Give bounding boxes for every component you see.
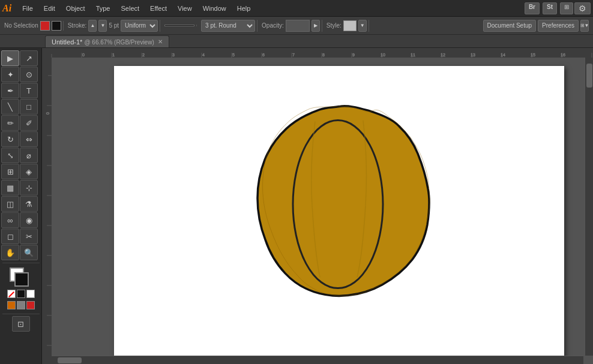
gradient-tool-btn[interactable]: ◫	[1, 196, 19, 212]
menu-view[interactable]: View	[173, 3, 197, 14]
svg-text:6: 6	[262, 53, 265, 57]
tool-separator	[2, 263, 40, 263]
mesh-tool-btn[interactable]: ⊹	[20, 180, 38, 195]
zoom-tool-btn[interactable]: 🔍	[20, 245, 38, 260]
h-scroll-thumb[interactable]	[58, 357, 82, 363]
menu-select[interactable]: Select	[116, 3, 144, 14]
svg-rect-0	[42, 48, 593, 58]
symbol-sprayer-tool-btn[interactable]: ◈	[20, 164, 38, 179]
stroke-line-preview	[164, 25, 194, 26]
rotate-tool-btn[interactable]: ↻	[1, 131, 19, 147]
scissors-tool-btn[interactable]: ✂	[20, 228, 38, 244]
workspace-arrange-btn[interactable]: ⊞▼	[580, 20, 589, 32]
svg-text:15: 15	[531, 53, 535, 57]
stroke-type-select[interactable]: Uniform	[121, 20, 158, 32]
tab-bar: Untitled-1* @ 66.67% (RGB/Preview) ✕	[0, 35, 593, 48]
none-swatch[interactable]	[7, 290, 16, 298]
svg-text:11: 11	[411, 53, 415, 57]
scale-tool-btn[interactable]: ⤡	[1, 148, 19, 163]
canvas-area[interactable]: 0 1 2 3 4 5 6 7 8 9 10 11 12 13 14 15 16	[42, 48, 593, 364]
rectangle-tool-btn[interactable]: □	[20, 99, 38, 115]
ruler-vertical: 0	[42, 58, 52, 364]
direct-selection-tool-btn[interactable]: ↗	[20, 50, 38, 66]
color-swatch-2[interactable]	[17, 301, 25, 309]
svg-text:13: 13	[471, 53, 475, 57]
line-tool-btn[interactable]: ╲	[1, 99, 19, 115]
warp-tool-btn[interactable]: ⌀	[20, 148, 38, 163]
bridge-icon-btn[interactable]: ⚙	[574, 2, 591, 14]
color-swatch-3[interactable]	[26, 301, 35, 309]
selection-label: No Selection	[4, 22, 38, 29]
stroke-line-group	[163, 25, 197, 26]
tab-info: @ 66.67% (RGB/Preview)	[84, 39, 154, 46]
opacity-label: Opacity:	[262, 22, 284, 29]
color-swatch-1[interactable]	[7, 301, 16, 309]
preferences-button[interactable]: Preferences	[538, 20, 579, 32]
eraser-tool-btn[interactable]: ◻	[1, 228, 19, 244]
reflect-tool-btn[interactable]: ⇔	[20, 131, 38, 147]
column-graph-tool-btn[interactable]: ▦	[1, 180, 19, 195]
svg-text:2: 2	[142, 53, 145, 57]
live-paint-tool-btn[interactable]: ◉	[20, 212, 38, 228]
stroke-style-select[interactable]: 3 pt. Round	[201, 20, 255, 32]
svg-text:1: 1	[112, 53, 115, 57]
magic-wand-tool-btn[interactable]: ✦	[1, 67, 19, 82]
opacity-input[interactable]: 100%	[286, 20, 310, 32]
hand-tool-btn[interactable]: ✋	[1, 245, 19, 260]
options-toolbar: No Selection Stroke: ▲ ▼ 5 pt Uniform 3 …	[0, 17, 593, 35]
style-swatch[interactable]	[343, 20, 357, 31]
stroke-value: 5 pt	[109, 22, 119, 29]
eyedropper-tool-btn[interactable]: ⚗	[20, 196, 38, 212]
document-setup-button[interactable]: Document Setup	[483, 20, 537, 32]
svg-text:5: 5	[232, 53, 235, 57]
document-tab[interactable]: Untitled-1* @ 66.67% (RGB/Preview) ✕	[45, 35, 169, 47]
tab-title: Untitled-1* @ 66.67% (RGB/Preview)	[52, 38, 154, 46]
fill-stroke-indicator	[10, 267, 32, 288]
lasso-tool-btn[interactable]: ⊙	[20, 67, 38, 82]
small-swatches	[7, 290, 35, 298]
pen-tool-btn[interactable]: ✒	[1, 83, 19, 98]
blend-tool-btn[interactable]: ∞	[1, 212, 19, 228]
bridge-app-btn[interactable]: Br	[525, 2, 540, 14]
menu-object[interactable]: Object	[61, 3, 90, 14]
style-group: Style: ▼	[325, 20, 369, 32]
stroke-up-btn[interactable]: ▲	[88, 20, 97, 32]
selection-tool-btn[interactable]: ▶	[1, 50, 19, 66]
fill-color-btn[interactable]	[40, 21, 50, 31]
style-label: Style:	[327, 22, 342, 29]
doc-setup-group: Document Setup Preferences ⊞▼	[481, 20, 591, 32]
type-tool-btn[interactable]: T	[20, 83, 38, 98]
stroke-down-btn[interactable]: ▼	[98, 20, 107, 32]
app-logo: Ai	[2, 4, 11, 13]
v-scroll-thumb[interactable]	[586, 64, 592, 88]
horizontal-scrollbar[interactable]	[52, 356, 583, 364]
svg-text:16: 16	[561, 53, 565, 57]
stroke-color-btn[interactable]	[52, 21, 61, 31]
menu-effect[interactable]: Effect	[145, 3, 172, 14]
white-swatch[interactable]	[26, 290, 35, 298]
svg-text:9: 9	[352, 53, 355, 57]
opacity-expand-btn[interactable]: ▶	[312, 20, 320, 32]
workspace-btn[interactable]: ⊞	[560, 2, 573, 14]
svg-text:4: 4	[202, 53, 205, 57]
tab-close-btn[interactable]: ✕	[158, 38, 163, 45]
artboard-tool-btn[interactable]: ⊡	[12, 316, 30, 332]
toolbox: ▶ ↗ ✦ ⊙ ✒ T ╲ □ ✏ ✐ ↻ ⇔ ⤡ ⌀ ⊞ ◈	[0, 48, 42, 364]
menu-edit[interactable]: Edit	[39, 3, 60, 14]
menu-help[interactable]: Help	[232, 3, 256, 14]
svg-text:12: 12	[441, 53, 445, 57]
menu-window[interactable]: Window	[198, 3, 231, 14]
stroke-group: Stroke: ▲ ▼ 5 pt Uniform	[66, 20, 160, 32]
paintbrush-tool-btn[interactable]: ✏	[1, 115, 19, 131]
menu-file[interactable]: File	[17, 3, 38, 14]
stroke-box[interactable]	[14, 272, 29, 287]
svg-text:0: 0	[46, 112, 50, 115]
stock-app-btn[interactable]: St	[543, 2, 557, 14]
menu-type[interactable]: Type	[91, 3, 115, 14]
pencil-tool-btn[interactable]: ✐	[20, 115, 38, 131]
artboard[interactable]	[114, 66, 564, 360]
black-swatch[interactable]	[17, 290, 25, 298]
free-transform-tool-btn[interactable]: ⊞	[1, 164, 19, 179]
vertical-scrollbar[interactable]	[585, 58, 593, 356]
style-dropdown-btn[interactable]: ▼	[358, 20, 367, 32]
